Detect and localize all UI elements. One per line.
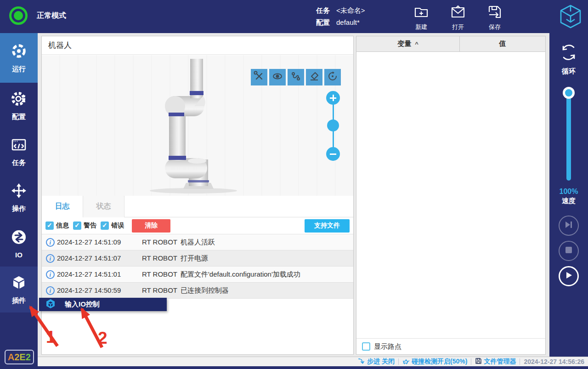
annotation-number-1: 1 — [46, 328, 56, 347]
info-checkbox[interactable] — [45, 221, 54, 230]
tools-button[interactable] — [251, 69, 267, 85]
filter-warning[interactable]: 警告 — [73, 221, 96, 230]
io-arrows-icon — [11, 229, 27, 247]
speed-slider-track[interactable] — [566, 92, 571, 181]
version-badge: A2E2 — [5, 350, 34, 364]
log-row[interactable]: 2024-12-27 14:51:09 RT ROBOT 机器人活跃 — [42, 234, 353, 250]
filter-error[interactable]: 错误 — [101, 221, 124, 230]
config-value: default* — [336, 17, 360, 28]
waypoint-toggle-row: 显示路点 — [356, 338, 545, 354]
save-button[interactable]: 保存 — [480, 4, 509, 31]
rotate-icon — [327, 71, 338, 84]
plugin-hex-icon — [39, 299, 56, 311]
column-variable[interactable]: 变量 ^ — [356, 36, 460, 51]
error-checkbox[interactable] — [101, 221, 109, 230]
variable-panel: 变量 ^ 值 显示路点 — [356, 36, 546, 355]
visibility-button[interactable] — [269, 69, 286, 85]
status-divider — [471, 358, 471, 365]
eraser-icon — [309, 71, 320, 84]
file-manager-icon — [475, 358, 482, 366]
stop-button[interactable] — [559, 241, 579, 261]
robot-teach-pendant-app: 正常模式 任务 <未命名> 配置 default* 新建 — [0, 0, 588, 369]
speed-value: 100% — [560, 187, 578, 196]
task-value: <未命名> — [336, 5, 365, 17]
zoom-in-button[interactable] — [326, 91, 340, 105]
info-icon — [46, 286, 55, 295]
operate-move-icon — [11, 182, 27, 201]
sidebar-item-run[interactable]: 运行 — [0, 33, 38, 83]
annotation-number-2: 2 — [98, 329, 107, 348]
warning-checkbox[interactable] — [73, 221, 81, 230]
new-task-button[interactable]: 新建 — [407, 4, 436, 31]
loop-mode-button[interactable]: 循环 — [559, 42, 579, 76]
log-row[interactable]: 2024-12-27 14:51:07 RT ROBOT 打开电源 — [42, 250, 353, 267]
sidebar-item-config[interactable]: 配置 — [0, 83, 38, 129]
column-value[interactable]: 值 — [460, 36, 545, 51]
show-waypoints-checkbox[interactable] — [362, 342, 370, 351]
eraser-button[interactable] — [306, 69, 322, 85]
variable-table-header: 变量 ^ 值 — [356, 36, 545, 52]
status-divider — [520, 358, 520, 365]
task-code-icon — [11, 136, 27, 155]
status-divider — [398, 358, 399, 365]
log-list: 2024-12-27 14:51:09 RT ROBOT 机器人活跃 2024-… — [42, 234, 353, 299]
speed-label: 速度 — [560, 196, 578, 205]
play-icon — [564, 271, 573, 282]
zoom-slider-handle[interactable] — [327, 119, 339, 131]
top-bar: 正常模式 任务 <未命名> 配置 default* 新建 — [0, 0, 588, 33]
tab-log[interactable]: 日志 — [42, 196, 83, 217]
config-key: 配置 — [316, 17, 330, 28]
log-row[interactable]: 2024-12-27 14:51:01 RT ROBOT 配置文件'defaul… — [42, 267, 353, 283]
save-icon — [486, 4, 503, 22]
new-task-icon — [413, 4, 430, 22]
playback-controls — [559, 216, 579, 286]
settings-gear-icon — [11, 91, 27, 109]
speed-slider — [562, 87, 576, 183]
file-manager-button[interactable]: 文件管理器 — [475, 358, 516, 366]
mode-indicator: 正常模式 — [9, 6, 66, 25]
sort-asc-icon: ^ — [415, 40, 418, 47]
status-timestamp: 2024-12-27 14:56:26 — [524, 358, 584, 365]
robot-panel-title: 机器人 — [42, 36, 353, 55]
info-icon — [46, 238, 55, 247]
run-icon — [11, 43, 27, 61]
clear-log-button[interactable]: 清除 — [132, 219, 170, 233]
sidebar-item-io[interactable]: IO — [0, 221, 38, 267]
eye-icon — [272, 71, 283, 84]
path-icon — [290, 71, 301, 84]
skip-next-icon — [564, 220, 573, 231]
sidebar-item-operate[interactable]: 操作 — [0, 175, 38, 221]
mode-label: 正常模式 — [37, 11, 66, 21]
tab-status[interactable]: 状态 — [83, 196, 124, 217]
step-mode-toggle[interactable]: 步进 关闭 — [358, 358, 395, 366]
filter-info[interactable]: 信息 — [45, 221, 69, 230]
menu-item-input-io-control[interactable]: 输入IO控制 — [65, 300, 100, 309]
support-files-button[interactable]: 支持文件 — [305, 219, 350, 233]
right-sidebar: 循环 100% 速度 — [549, 33, 588, 357]
sidebar-item-plugin[interactable]: 插件 — [0, 267, 38, 312]
plugin-cube-icon — [11, 274, 27, 293]
zoom-control — [326, 91, 340, 162]
sidebar-item-task[interactable]: 任务 — [0, 129, 38, 175]
log-tabstrip: 日志 状态 — [42, 196, 353, 217]
collision-detection-toggle[interactable]: 碰撞检测开启(50%) — [402, 358, 467, 366]
status-bar: 步进 关闭 碰撞检测开启(50%) 文件管理器 2024-12-27 14:56… — [38, 357, 588, 366]
tools-icon — [254, 71, 265, 84]
plugin-popup-menu: 输入IO控制 — [39, 298, 167, 311]
trajectory-button[interactable] — [288, 69, 304, 85]
zoom-out-button[interactable] — [326, 147, 340, 161]
reset-view-button[interactable] — [324, 69, 341, 85]
play-button[interactable] — [559, 266, 579, 286]
step-next-button[interactable] — [559, 216, 579, 236]
status-ring-icon — [9, 6, 28, 25]
open-button[interactable]: 打开 — [443, 4, 473, 31]
task-key: 任务 — [316, 5, 330, 17]
robot-3d-viewport[interactable] — [42, 55, 353, 196]
open-icon — [450, 4, 466, 22]
log-row[interactable]: 2024-12-27 14:50:59 RT ROBOT 已连接到控制器 — [42, 283, 353, 299]
collision-icon — [402, 358, 410, 366]
step-mode-icon — [358, 358, 365, 366]
task-config-info: 任务 <未命名> 配置 default* — [316, 5, 365, 28]
speed-readout: 100% 速度 — [560, 187, 578, 205]
speed-slider-handle[interactable] — [563, 87, 575, 99]
